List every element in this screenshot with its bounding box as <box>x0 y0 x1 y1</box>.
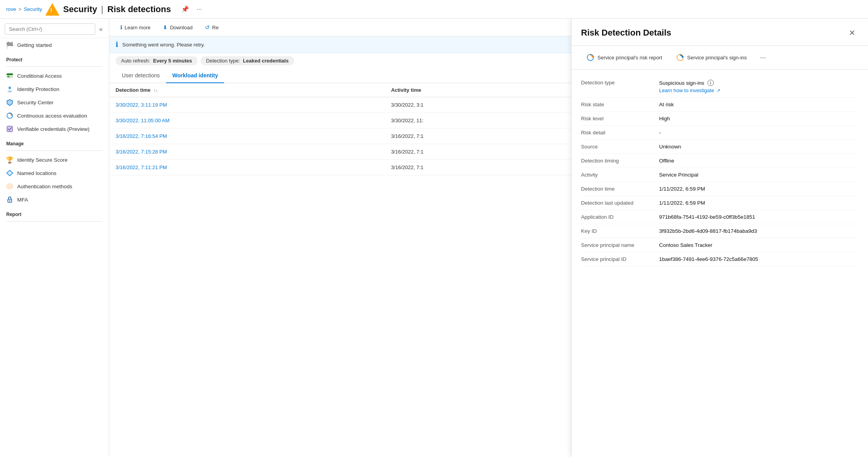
detail-row: Detection typeSuspicious sign-insiLearn … <box>581 76 859 98</box>
sidebar-item-verifiable-credentials[interactable]: Verifiable credentials (Preview) <box>0 122 109 136</box>
sidebar-item-label: MFA <box>17 197 28 203</box>
sidebar-item-security-center[interactable]: Security Center <box>0 96 109 109</box>
sidebar-item-label: Getting started <box>17 42 52 48</box>
detail-row: Detection time1/11/2022, 6:59 PM <box>581 182 859 196</box>
sidebar-item-label: Identity Protection <box>17 86 59 92</box>
detail-label: Risk state <box>581 102 659 107</box>
continuous-access-icon <box>6 112 13 119</box>
detail-label: Activity <box>581 172 659 178</box>
learn-more-button[interactable]: ℹ Learn more <box>116 22 155 33</box>
sidebar-item-named-locations[interactable]: Named locations <box>0 166 109 180</box>
identity-protection-icon <box>6 86 13 93</box>
pin-button[interactable]: 📌 <box>180 4 191 14</box>
detection-time-cell[interactable]: 3/30/2022, 11:05:00 AM <box>109 113 385 129</box>
identity-secure-score-icon: 🏆 <box>6 156 13 163</box>
svg-rect-1 <box>7 73 13 75</box>
sidebar-item-conditional-access[interactable]: Conditional Access <box>0 69 109 82</box>
sidebar-collapse-button[interactable]: « <box>98 24 104 34</box>
getting-started-icon: 🏁 <box>6 41 13 48</box>
detail-value: Suspicious sign-insiLearn how to investi… <box>659 80 859 93</box>
detail-value: Service Principal <box>659 172 859 178</box>
sidebar-scroll-area: 🏁 Getting started Protect Conditional Ac… <box>0 38 109 457</box>
detail-value: At risk <box>659 102 859 107</box>
info-banner: ℹ Something went wrong. Please retry. <box>109 36 571 53</box>
sidebar-section-manage: Manage <box>0 136 109 148</box>
detail-row: Detection last updated1/11/2022, 6:59 PM <box>581 196 859 210</box>
security-center-icon <box>6 99 13 106</box>
main-layout: « 🏁 Getting started Protect Conditional … <box>0 19 868 457</box>
detection-time-cell[interactable]: 3/30/2022, 3:11:19 PM <box>109 97 385 113</box>
sidebar-section-report: Report <box>0 206 109 219</box>
sidebar-search-area: « <box>0 19 109 38</box>
sidebar-item-label: Authentication methods <box>17 184 72 189</box>
download-icon: ⬇ <box>163 24 168 30</box>
learn-how-link[interactable]: Learn how to investigate↗ <box>659 87 859 93</box>
activity-time-cell: 3/30/2022, 3:1 <box>385 97 571 113</box>
info-circle-icon: i <box>708 80 714 86</box>
sort-icon-detection-time: ↑↓ <box>153 88 158 93</box>
sidebar-item-identity-secure-score[interactable]: 🏆 Identity Secure Score <box>0 153 109 166</box>
table-row: 3/16/2022, 7:11:21 PM3/16/2022, 7:1 <box>109 160 571 175</box>
detail-label: Risk level <box>581 116 659 121</box>
detail-value: - <box>659 130 859 136</box>
filter-chip-autorefresh[interactable]: Auto refresh : Every 5 minutes <box>116 56 198 65</box>
learn-more-icon: ℹ <box>120 24 122 30</box>
activity-time-cell: 3/16/2022, 7:1 <box>385 129 571 144</box>
col-detection-time[interactable]: Detection time ↑↓ <box>109 83 385 97</box>
detail-value: 3f932b5b-2bd6-4d09-8817-fb174baba9d3 <box>659 228 859 234</box>
right-panel-title: Risk Detection Details <box>581 28 671 38</box>
right-panel-header: Risk Detection Details ✕ <box>572 19 868 46</box>
panel-more-options-button[interactable]: ··· <box>757 52 769 63</box>
tab-workload-identity[interactable]: Workload identity <box>166 68 224 83</box>
detail-label: Key ID <box>581 228 659 234</box>
detail-grid: Detection typeSuspicious sign-insiLearn … <box>572 70 868 273</box>
detail-value: 1/11/2022, 6:59 PM <box>659 200 859 206</box>
tab-user-detections[interactable]: User detections <box>116 68 166 83</box>
sidebar-item-getting-started[interactable]: 🏁 Getting started <box>0 38 109 52</box>
refresh-button[interactable]: ↺ Re <box>200 22 223 33</box>
detection-time-cell[interactable]: 3/16/2022, 7:16:54 PM <box>109 129 385 144</box>
filter-chip-detection-type[interactable]: Detection type : Leaked credentials <box>201 56 294 65</box>
detail-row: Risk detail- <box>581 126 859 140</box>
page-header: Security | Risk detections 📌 ··· <box>45 3 203 16</box>
sidebar-item-label: Named locations <box>17 170 57 176</box>
sidebar-item-identity-protection[interactable]: Identity Protection <box>0 82 109 96</box>
breadcrumb-security[interactable]: Security <box>24 6 42 12</box>
service-principal-signins-label: Service principal's sign-ins <box>687 55 747 61</box>
detection-time-cell[interactable]: 3/16/2022, 7:11:21 PM <box>109 160 385 175</box>
more-options-button[interactable]: ··· <box>195 4 203 14</box>
top-bar: rove > Security Security | Risk detectio… <box>0 0 868 19</box>
detail-label: Risk detail <box>581 130 659 136</box>
svg-point-4 <box>9 87 11 89</box>
detail-value: Offline <box>659 158 859 164</box>
sidebar-item-continuous-access[interactable]: Continuous access evaluation <box>0 109 109 122</box>
search-input[interactable] <box>5 23 95 35</box>
right-panel: Risk Detection Details ✕ Service princip… <box>571 19 868 457</box>
svg-point-13 <box>9 200 11 202</box>
download-button[interactable]: ⬇ Download <box>158 22 197 33</box>
detail-row: Service principal ID1baef386-7491-4ee6-9… <box>581 252 859 266</box>
detail-row: ActivityService Principal <box>581 168 859 182</box>
detail-label: Application ID <box>581 214 659 220</box>
service-principal-signins-button[interactable]: Service principal's sign-ins <box>671 50 752 64</box>
detail-row: Key ID3f932b5b-2bd6-4d09-8817-fb174baba9… <box>581 224 859 238</box>
content-toolbar: ℹ Learn more ⬇ Download ↺ Re <box>109 19 571 36</box>
activity-time-cell: 3/16/2022, 7:1 <box>385 144 571 160</box>
breadcrumb-rove[interactable]: rove <box>6 6 16 12</box>
sidebar-section-protect: Protect <box>0 52 109 64</box>
sidebar-item-label: Identity Secure Score <box>17 157 68 163</box>
sidebar-item-auth-methods[interactable]: Authentication methods <box>0 180 109 193</box>
col-activity-time[interactable]: Activity time <box>385 83 571 97</box>
detail-value: High <box>659 116 859 121</box>
detail-value: Contoso Sales Tracker <box>659 242 859 248</box>
table-row: 3/16/2022, 7:16:54 PM3/16/2022, 7:1 <box>109 129 571 144</box>
table-row: 3/30/2022, 3:11:19 PM3/30/2022, 3:1 <box>109 97 571 113</box>
right-panel-close-button[interactable]: ✕ <box>846 27 859 39</box>
table-row: 3/16/2022, 7:15:28 PM3/16/2022, 7:1 <box>109 144 571 160</box>
sidebar-item-mfa[interactable]: MFA <box>0 193 109 206</box>
detail-row: Risk levelHigh <box>581 112 859 126</box>
service-principal-risk-icon <box>586 54 594 61</box>
detail-label: Detection timing <box>581 158 659 164</box>
detection-time-cell[interactable]: 3/16/2022, 7:15:28 PM <box>109 144 385 160</box>
service-principal-risk-button[interactable]: Service principal's risk report <box>581 50 668 64</box>
